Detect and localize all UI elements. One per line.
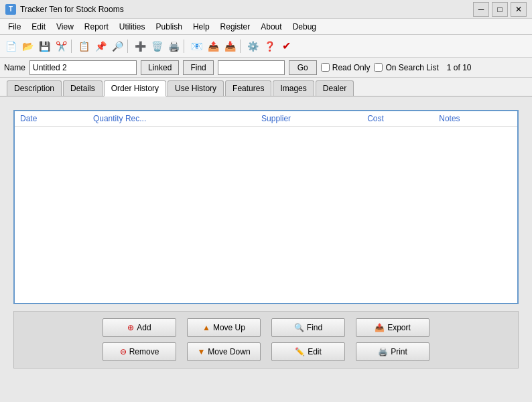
tab-details[interactable]: Details (63, 80, 103, 96)
tab-description[interactable]: Description (7, 80, 62, 96)
toolbar-email[interactable]: 📧 (188, 38, 204, 54)
minimize-button[interactable]: ─ (473, 2, 489, 17)
maximize-button[interactable]: □ (492, 2, 508, 17)
menu-bar: FileEditViewReportUtilitiesPublishHelpRe… (0, 19, 532, 35)
col-supplier[interactable]: Supplier (256, 111, 362, 127)
read-only-group: Read Only (321, 63, 371, 72)
menu-item-debug[interactable]: Debug (287, 21, 322, 33)
close-button[interactable]: ✕ (511, 2, 527, 17)
button-bar: ⊕ Add ▲ Move Up 🔍 Find 📤 Export (13, 311, 519, 368)
name-bar: Name Linked Find Go Read Only On Search … (0, 58, 532, 78)
edit-button[interactable]: ✏️ Edit (271, 342, 345, 361)
toolbar-sep-4 (240, 40, 243, 53)
remove-button[interactable]: ⊖ Remove (103, 342, 176, 361)
tab-use-history[interactable]: Use History (168, 80, 224, 96)
menu-item-publish[interactable]: Publish (151, 21, 188, 33)
print-icon: 🖨️ (378, 347, 388, 356)
menu-item-file[interactable]: File (3, 21, 26, 33)
col-cost[interactable]: Cost (362, 111, 434, 127)
find-icon: 🔍 (294, 323, 304, 332)
title-bar-controls: ─ □ ✕ (473, 2, 527, 17)
find-input[interactable] (218, 60, 285, 75)
toolbar-cut[interactable]: ✂️ (53, 38, 69, 54)
toolbar-import[interactable]: 📥 (222, 38, 238, 54)
tab-images[interactable]: Images (273, 80, 314, 96)
main-content: Date Quantity Rec... Supplier Cost Notes… (0, 96, 532, 402)
add-label: Add (137, 323, 151, 332)
toolbar-help[interactable]: ❓ (261, 38, 277, 54)
record-count: 1 of 10 (447, 63, 472, 72)
add-icon: ⊕ (127, 323, 134, 332)
button-row-1: ⊕ Add ▲ Move Up 🔍 Find 📤 Export (103, 318, 429, 337)
toolbar-check[interactable]: ✔ (278, 38, 294, 54)
toolbar-new[interactable]: 📄 (3, 38, 19, 54)
menu-item-report[interactable]: Report (79, 21, 114, 33)
tabs: Description Details Order History Use Hi… (0, 78, 532, 96)
tab-features[interactable]: Features (225, 80, 271, 96)
on-search-list-checkbox[interactable] (374, 63, 383, 72)
toolbar-sep-1 (71, 40, 74, 53)
toolbar-paste[interactable]: 📌 (92, 38, 109, 54)
export-label: Export (387, 323, 411, 332)
remove-label: Remove (129, 347, 159, 356)
menu-item-register[interactable]: Register (215, 21, 256, 33)
find-label-button[interactable]: Find (183, 60, 213, 75)
move-down-button[interactable]: ▼ Move Down (187, 342, 261, 361)
col-notes[interactable]: Notes (434, 111, 517, 127)
linked-button[interactable]: Linked (141, 60, 179, 75)
on-search-list-label: On Search List (385, 63, 438, 72)
edit-label: Edit (308, 347, 322, 356)
find-button[interactable]: 🔍 Find (271, 318, 345, 337)
toolbar-print[interactable]: 🖨️ (165, 38, 182, 54)
edit-icon: ✏️ (295, 347, 305, 356)
window-body: FileEditViewReportUtilitiesPublishHelpRe… (0, 19, 532, 402)
move-down-label: Move Down (208, 347, 250, 356)
read-only-checkbox[interactable] (321, 63, 330, 72)
title-bar-text: Tracker Ten for Stock Rooms (20, 5, 124, 14)
app-icon: T (5, 4, 16, 15)
add-button[interactable]: ⊕ Add (103, 318, 176, 337)
menu-item-edit[interactable]: Edit (26, 21, 51, 33)
toolbar-settings[interactable]: ⚙️ (245, 38, 261, 54)
tab-order-history[interactable]: Order History (104, 80, 166, 96)
on-search-list-group: On Search List (374, 63, 438, 72)
name-label: Name (4, 63, 25, 72)
toolbar-add[interactable]: ➕ (132, 38, 148, 54)
move-up-button[interactable]: ▲ Move Up (187, 318, 261, 337)
export-icon: 📤 (375, 323, 385, 332)
read-only-label: Read Only (332, 63, 371, 72)
toolbar-sep-2 (127, 40, 130, 53)
menu-item-about[interactable]: About (255, 21, 287, 33)
title-bar-left: T Tracker Ten for Stock Rooms (5, 4, 124, 15)
print-label: Print (391, 347, 407, 356)
toolbar-save[interactable]: 💾 (36, 38, 52, 54)
order-history-table: Date Quantity Rec... Supplier Cost Notes (15, 111, 517, 127)
toolbar-delete[interactable]: 🗑️ (149, 38, 165, 54)
table-container[interactable]: Date Quantity Rec... Supplier Cost Notes (13, 110, 519, 304)
toolbar-copy[interactable]: 📋 (76, 38, 92, 54)
toolbar-export[interactable]: 📤 (205, 38, 221, 54)
move-up-icon: ▲ (202, 323, 210, 332)
button-row-2: ⊖ Remove ▼ Move Down ✏️ Edit 🖨️ Print (103, 342, 429, 361)
toolbar-sep-3 (184, 40, 186, 53)
find-label: Find (307, 323, 322, 332)
toolbar: 📄 📂 💾 ✂️ 📋 📌 🔎 ➕ 🗑️ 🖨️ 📧 📤 📥 ⚙️ ❓ ✔ (0, 35, 532, 58)
toolbar-search[interactable]: 🔎 (109, 38, 125, 54)
export-button[interactable]: 📤 Export (356, 318, 429, 337)
menu-item-view[interactable]: View (51, 21, 79, 33)
col-date[interactable]: Date (15, 111, 88, 127)
move-up-label: Move Up (213, 323, 245, 332)
menu-item-utilities[interactable]: Utilities (114, 21, 151, 33)
title-bar: T Tracker Ten for Stock Rooms ─ □ ✕ (0, 0, 532, 19)
print-button[interactable]: 🖨️ Print (356, 342, 429, 361)
remove-icon: ⊖ (120, 347, 127, 356)
toolbar-open[interactable]: 📂 (19, 38, 36, 54)
move-down-icon: ▼ (197, 347, 205, 356)
menu-item-help[interactable]: Help (188, 21, 215, 33)
go-button[interactable]: Go (289, 60, 317, 75)
col-qty[interactable]: Quantity Rec... (88, 111, 256, 127)
name-input[interactable] (29, 60, 137, 75)
tab-dealer[interactable]: Dealer (316, 80, 354, 96)
